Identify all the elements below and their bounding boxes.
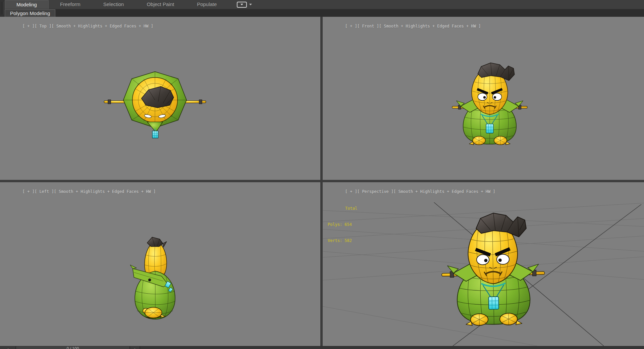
tab-populate[interactable]: Populate	[185, 0, 228, 9]
viewport-top-label: [ + ][ Top ][ Smooth + Highlights + Edge…	[3, 19, 153, 33]
tab-object-paint[interactable]: Object Paint	[135, 0, 185, 9]
viewport-name-button[interactable]: ][ Perspective	[355, 189, 391, 194]
panel-tab-polygon-modeling[interactable]: Polygon Modeling	[5, 9, 55, 17]
ribbon-tab-bar: Modeling Freeform Selection Object Paint…	[5, 0, 644, 9]
stats-verts-row: Verts:582	[328, 238, 357, 243]
time-slider[interactable]: 0 / 100	[16, 346, 130, 349]
model-corn-character-front-view[interactable]	[451, 60, 528, 146]
model-corn-character-left-view[interactable]	[130, 236, 180, 321]
stats-verts-label: Verts:	[328, 238, 342, 243]
ribbon-options-caret-icon[interactable]	[249, 4, 252, 5]
viewport-perspective[interactable]: [ + ][ Perspective ][ Smooth + Highlight…	[323, 182, 644, 346]
viewport-front-label: [ + ][ Front ][ Smooth + Highlights + Ed…	[326, 19, 481, 33]
time-slider-bar: ◂ 0 / 100 ▸	[0, 346, 644, 349]
next-frame-button[interactable]: ▸	[131, 346, 140, 349]
viewport-front[interactable]: [ + ][ Front ][ Smooth + Highlights + Ed…	[323, 17, 644, 180]
frame-counter: 0 / 100	[67, 346, 79, 349]
stats-verts-value: 582	[344, 238, 352, 243]
track-bar[interactable]	[140, 346, 644, 349]
statistics-overlay: Total Polys:654 Verts:582	[328, 195, 357, 254]
ribbon-minimize-icon[interactable]	[237, 2, 247, 8]
viewport-top[interactable]: [ + ][ Top ][ Smooth + Highlights + Edge…	[0, 17, 320, 180]
viewport-shading-button[interactable]: ][ Smooth + Highlights + Edged Faces + H…	[391, 189, 495, 194]
viewport-horizontal-splitter[interactable]	[0, 180, 644, 182]
tab-modeling[interactable]: Modeling	[5, 0, 49, 9]
viewport-menu-button[interactable]: [ +	[22, 189, 32, 194]
viewport-shading-button[interactable]: ][ Smooth + Highlights + Edged Faces + H…	[52, 189, 156, 194]
ribbon: Modeling Freeform Selection Object Paint…	[0, 0, 644, 17]
ribbon-grip[interactable]	[0, 0, 5, 17]
viewport-menu-button[interactable]: [ +	[345, 189, 355, 194]
stats-polys-value: 654	[344, 222, 352, 227]
model-corn-character-top-view[interactable]	[103, 68, 207, 142]
stats-header: Total	[345, 206, 357, 211]
3d-modeling-app-window: Modeling Freeform Selection Object Paint…	[0, 0, 644, 349]
viewport-shading-button[interactable]: ][ Smooth + Highlights + Edged Faces + H…	[49, 24, 153, 29]
model-corn-character-perspective-view[interactable]	[440, 209, 546, 328]
viewport-shading-button[interactable]: ][ Smooth + Highlights + Edged Faces + H…	[377, 24, 481, 29]
ribbon-panel-row: Polygon Modeling	[5, 9, 644, 17]
viewport-left[interactable]: [ + ][ Left ][ Smooth + Highlights + Edg…	[0, 182, 320, 346]
viewport-menu-button[interactable]: [ +	[345, 24, 355, 29]
viewport-left-label: [ + ][ Left ][ Smooth + Highlights + Edg…	[3, 185, 156, 199]
viewport-area: [ + ][ Top ][ Smooth + Highlights + Edge…	[0, 17, 644, 346]
viewport-name-button[interactable]: ][ Front	[355, 24, 377, 29]
tab-freeform[interactable]: Freeform	[49, 0, 92, 9]
tab-selection[interactable]: Selection	[92, 0, 136, 9]
viewport-name-button[interactable]: ][ Top	[32, 24, 49, 29]
viewport-menu-button[interactable]: [ +	[22, 24, 32, 29]
stats-polys-row: Polys:654	[328, 222, 357, 227]
stats-polys-label: Polys:	[328, 222, 342, 227]
viewport-name-button[interactable]: ][ Left	[32, 189, 52, 194]
previous-frame-button[interactable]: ◂	[0, 346, 16, 349]
